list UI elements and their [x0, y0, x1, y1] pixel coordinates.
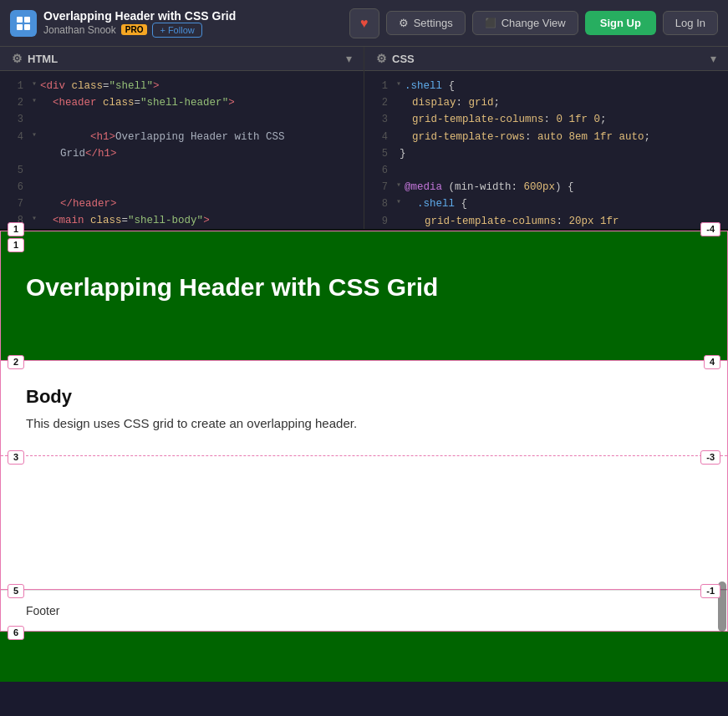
code-line: 7 ▾ @media (min-width: 600px) { [364, 179, 728, 196]
svg-rect-1 [24, 17, 30, 23]
heart-icon: ♥ [360, 16, 369, 31]
sign-up-button[interactable]: Sign Up [585, 11, 656, 35]
css-code-area[interactable]: 1 ▾ .shell { 2 display: grid; 3 grid-tem… [364, 71, 728, 229]
pro-badge: PRO [121, 24, 148, 35]
css-panel-header: ⚙ CSS ▾ [364, 47, 728, 71]
html-editor-panel: ⚙ HTML ▾ 1 ▾ <div class="shell"> 2 ▾ <he… [0, 47, 364, 229]
css-gear-icon: ⚙ [376, 52, 387, 65]
grid-label-3: 3 [8, 450, 24, 465]
html-panel-header: ⚙ HTML ▾ [0, 47, 364, 71]
code-line: 1 ▾ .shell { [364, 78, 728, 94]
gear-icon: ⚙ [399, 17, 409, 29]
grid-label-1: 1 [8, 222, 24, 236]
code-line: 3 grid-template-columns: 0 1fr 0; [364, 111, 728, 128]
html-label: HTML [28, 53, 58, 65]
code-line: 5 [0, 162, 364, 179]
settings-button[interactable]: ⚙ Settings [386, 11, 466, 35]
code-line: 6 [364, 162, 728, 179]
code-line: Grid</h1> [0, 145, 364, 162]
preview-footer: Footer 6 [1, 590, 727, 632]
css-collapse-icon[interactable]: ▾ [710, 52, 716, 65]
logo-icon [10, 10, 37, 37]
settings-label: Settings [414, 17, 453, 29]
svg-rect-3 [24, 24, 30, 30]
preview-body-text: This design uses CSS grid to create an o… [26, 416, 702, 430]
editor-row: ⚙ HTML ▾ 1 ▾ <div class="shell"> 2 ▾ <he… [0, 47, 728, 231]
code-line: 7 </header> [0, 196, 364, 212]
code-line: 8 ▾ <main class="shell-body"> [0, 212, 364, 229]
grid-label-small-1: 1 [8, 238, 24, 252]
grid-label-neg1: -1 [700, 584, 720, 598]
preview-header-title: Overlapping Header with CSS Grid [26, 265, 702, 302]
code-line: 1 ▾ <div class="shell"> [0, 78, 364, 94]
author-name: Jonathan Snook [43, 24, 116, 36]
html-gear-icon: ⚙ [12, 52, 23, 65]
follow-button[interactable]: + Follow [152, 23, 201, 38]
grid-label-2: 2 [8, 355, 24, 369]
author-row: Jonathan Snook PRO + Follow [43, 23, 236, 38]
code-line: 6 [0, 179, 364, 196]
code-line: 2 display: grid; [364, 94, 728, 111]
html-panel-title: ⚙ HTML [12, 52, 58, 65]
code-line: 2 ▾ <header class="shell-header"> [0, 94, 364, 111]
css-editor-panel: ⚙ CSS ▾ 1 ▾ .shell { 2 display: grid; 3 … [364, 47, 728, 229]
html-code-area[interactable]: 1 ▾ <div class="shell"> 2 ▾ <header clas… [0, 71, 364, 229]
grid-label-6: 6 [8, 626, 24, 640]
grid-label-4: 4 [704, 355, 720, 369]
log-in-button[interactable]: Log In [663, 11, 718, 35]
code-line: 8 ▾ .shell { [364, 196, 728, 212]
css-label: CSS [392, 53, 415, 65]
css-panel-title: ⚙ CSS [376, 52, 415, 65]
svg-rect-0 [17, 17, 23, 23]
nav-title-area: Overlapping Header with CSS Grid Jonatha… [43, 9, 236, 38]
preview-header: Overlapping Header with CSS Grid 2 -4 4 [1, 231, 727, 361]
change-view-button[interactable]: ⬛ Change View [472, 11, 578, 35]
html-collapse-icon[interactable]: ▾ [346, 52, 352, 65]
camera-icon: ⬛ [485, 18, 496, 28]
code-line: 3 [0, 111, 364, 128]
svg-rect-2 [17, 24, 23, 30]
code-line: 4 grid-template-rows: auto 8em 1fr auto; [364, 129, 728, 145]
change-view-label: Change View [501, 17, 566, 29]
code-line: 9 grid-template-columns: 20px 1fr [364, 213, 728, 230]
top-navigation: Overlapping Header with CSS Grid Jonatha… [0, 0, 728, 47]
grid-label-5: 5 [8, 584, 24, 598]
preview-body: Body This design uses CSS grid to create… [1, 361, 727, 456]
like-button[interactable]: ♥ [349, 8, 379, 38]
preview-area: 1 -5 1 Overlapping Header with CSS Grid … [0, 231, 728, 682]
logo-area: Overlapping Header with CSS Grid Jonatha… [10, 9, 236, 38]
grid-label-neg4-top: -4 [700, 222, 720, 236]
grid-label-neg3: -3 [700, 450, 720, 465]
nav-actions: ♥ ⚙ Settings ⬛ Change View Sign Up Log I… [349, 8, 718, 38]
code-line: 5 } [364, 145, 728, 162]
code-line: 4 ▾ <h1>Overlapping Header with CSS [0, 129, 364, 145]
preview-body-heading: Body [26, 386, 702, 408]
page-title: Overlapping Header with CSS Grid [43, 9, 236, 23]
footer-text: Footer [26, 604, 59, 617]
